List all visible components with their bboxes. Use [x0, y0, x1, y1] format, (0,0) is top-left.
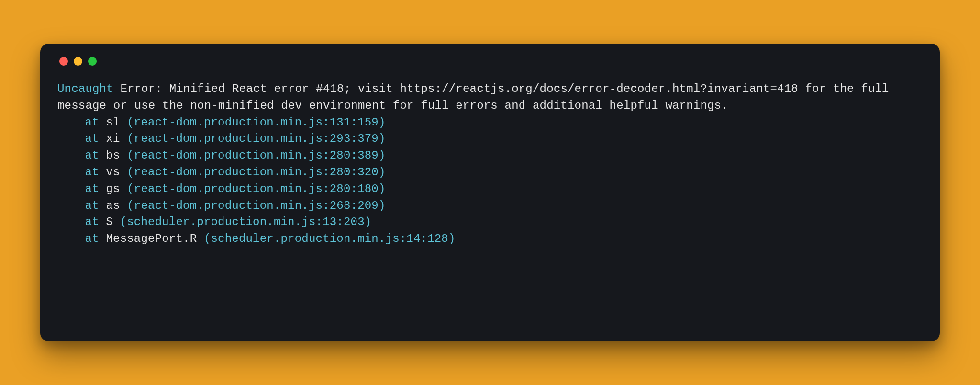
- stack-function: vs: [106, 166, 120, 179]
- window-traffic-lights: [59, 57, 923, 66]
- close-icon[interactable]: [59, 57, 68, 66]
- stack-frame: at gs (react-dom.production.min.js:280:1…: [57, 181, 923, 198]
- at-keyword: at: [85, 199, 99, 212]
- stack-frame: at bs (react-dom.production.min.js:280:3…: [57, 147, 923, 164]
- stack-location: (scheduler.production.min.js:14:128): [204, 232, 456, 245]
- page-background: Uncaught Error: Minified React error #41…: [0, 0, 980, 385]
- stack-frame: at vs (react-dom.production.min.js:280:3…: [57, 164, 923, 181]
- stack-location: (react-dom.production.min.js:268:209): [127, 199, 385, 212]
- stack-function: as: [106, 199, 120, 212]
- console-output: Uncaught Error: Minified React error #41…: [57, 81, 923, 248]
- stack-frame: at sl (react-dom.production.min.js:131:1…: [57, 114, 923, 131]
- minimize-icon[interactable]: [74, 57, 82, 66]
- stack-location: (react-dom.production.min.js:280:180): [127, 182, 385, 195]
- stack-function: xi: [106, 132, 120, 145]
- at-keyword: at: [85, 116, 99, 129]
- stack-location: (scheduler.production.min.js:13:203): [120, 215, 372, 228]
- stack-function: MessagePort.R: [106, 232, 197, 245]
- at-keyword: at: [85, 182, 99, 195]
- stack-function: bs: [106, 149, 120, 162]
- stack-frame: at MessagePort.R (scheduler.production.m…: [57, 231, 923, 248]
- at-keyword: at: [85, 149, 99, 162]
- terminal-window: Uncaught Error: Minified React error #41…: [40, 44, 940, 341]
- error-message: Error: Minified React error #418; visit …: [57, 82, 896, 112]
- stack-location: (react-dom.production.min.js:280:389): [127, 149, 385, 162]
- stack-location: (react-dom.production.min.js:293:379): [127, 132, 385, 145]
- stack-function: gs: [106, 182, 120, 195]
- stack-frame: at as (react-dom.production.min.js:268:2…: [57, 198, 923, 215]
- stack-location: (react-dom.production.min.js:280:320): [127, 166, 385, 179]
- at-keyword: at: [85, 232, 99, 245]
- stack-location: (react-dom.production.min.js:131:159): [127, 116, 385, 129]
- stack-function: S: [106, 215, 113, 228]
- stack-frame: at xi (react-dom.production.min.js:293:3…: [57, 131, 923, 147]
- at-keyword: at: [85, 132, 99, 145]
- at-keyword: at: [85, 215, 99, 228]
- stack-trace: at sl (react-dom.production.min.js:131:1…: [57, 114, 923, 248]
- uncaught-label: Uncaught: [57, 82, 113, 95]
- maximize-icon[interactable]: [88, 57, 97, 66]
- stack-function: sl: [106, 116, 120, 129]
- stack-frame: at S (scheduler.production.min.js:13:203…: [57, 214, 923, 231]
- at-keyword: at: [85, 166, 99, 179]
